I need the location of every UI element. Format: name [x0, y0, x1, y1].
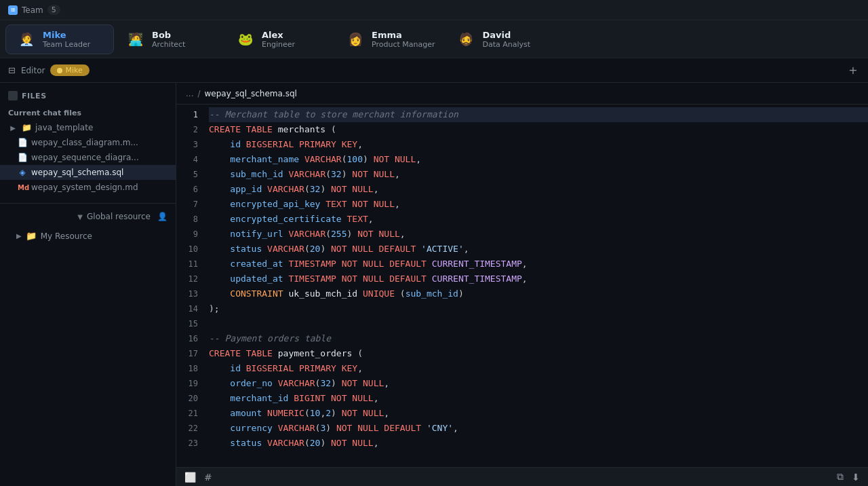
global-resource-header[interactable]: ▼ Global resource 👤: [0, 206, 176, 227]
member-info-bob: Bob Architect: [152, 30, 185, 49]
sidebar-files-section: Files Current chat files ▶ 📁java_templat…: [0, 83, 176, 200]
tree-item-name-0: java_template: [35, 123, 93, 132]
team-label: Team: [22, 5, 43, 15]
global-resource-chevron: ▼: [77, 213, 83, 221]
line-number-14: 14: [182, 301, 198, 316]
files-icon: [8, 91, 18, 100]
file-tree: ▶ 📁java_template 📄wepay_class_diagram.m.…: [0, 120, 176, 195]
member-avatar-mike: 🧑‍💼: [16, 29, 37, 50]
line-number-3: 3: [182, 137, 198, 152]
code-line-6: app_id VARCHAR(32) NOT NULL,: [209, 182, 868, 197]
code-line-22: currency VARCHAR(3) NOT NULL DEFAULT 'CN…: [209, 421, 868, 436]
top-bar: ⊞ Team 5: [0, 0, 868, 20]
member-role-alex: Engineer: [262, 40, 295, 49]
hash-icon[interactable]: #: [204, 472, 212, 483]
tree-item-4[interactable]: Mdwepay_system_design.md: [0, 180, 176, 195]
tree-item-name-1: wepay_class_diagram.m...: [31, 138, 138, 147]
line-number-17: 17: [182, 346, 198, 361]
breadcrumb-separator: /: [197, 89, 200, 98]
code-line-2: CREATE TABLE merchants (: [209, 122, 868, 137]
code-line-21: amount NUMERIC(10,2) NOT NULL,: [209, 406, 868, 421]
code-editor[interactable]: 1234567891011121314151617181920212223 --…: [176, 105, 868, 467]
add-tab-button[interactable]: +: [846, 64, 860, 77]
member-name-david: David: [482, 30, 530, 40]
line-number-15: 15: [182, 316, 198, 331]
line-number-6: 6: [182, 182, 198, 197]
code-line-11: created_at TIMESTAMP NOT NULL DEFAULT CU…: [209, 257, 868, 272]
member-avatar-emma: 👩: [344, 29, 366, 50]
tree-item-0[interactable]: ▶ 📁java_template: [0, 120, 176, 135]
tree-item-name-3: wepay_sql_schema.sql: [31, 168, 123, 177]
my-resource-item[interactable]: ▶ 📁 My Resource: [0, 227, 176, 245]
folder-icon-0: 📁: [22, 123, 31, 132]
line-number-5: 5: [182, 167, 198, 182]
code-line-20: merchant_id BIGINT NOT NULL,: [209, 391, 868, 406]
member-card-bob[interactable]: 🧑‍💻 Bob Architect: [115, 24, 224, 54]
copy-icon[interactable]: ⧉: [837, 471, 844, 483]
member-info-mike: Mike Team Leader: [43, 30, 90, 49]
code-line-13: CONSTRAINT uk_sub_mch_id UNIQUE (sub_mch…: [209, 286, 868, 301]
member-role-david: Data Analyst: [482, 40, 530, 49]
mike-badge-label: Mike: [65, 66, 82, 75]
line-number-7: 7: [182, 197, 198, 212]
file-icon-1: 📄: [18, 138, 27, 147]
team-icon: ⊞: [8, 5, 18, 15]
member-card-mike[interactable]: 🧑‍💼 Mike Team Leader: [5, 24, 114, 54]
tree-item-2[interactable]: 📄wepay_sequence_diagra...: [0, 150, 176, 165]
my-resource-chevron: ▶: [16, 232, 22, 240]
code-content[interactable]: -- Merchant table to store merchant info…: [203, 105, 868, 467]
code-line-4: merchant_name VARCHAR(100) NOT NULL,: [209, 152, 868, 167]
editor-label: Editor: [21, 66, 45, 75]
line-number-21: 21: [182, 406, 198, 421]
my-resource-label: My Resource: [41, 231, 92, 241]
sidebar-divider: [0, 203, 176, 204]
members-bar: 🧑‍💼 Mike Team Leader 🧑‍💻 Bob Architect 🐸…: [0, 20, 868, 58]
code-line-3: id BIGSERIAL PRIMARY KEY,: [209, 137, 868, 152]
code-line-12: updated_at TIMESTAMP NOT NULL DEFAULT CU…: [209, 272, 868, 286]
editor-bar: ⊟ Editor Mike +: [0, 58, 868, 83]
line-number-19: 19: [182, 376, 198, 391]
code-line-15: [209, 316, 868, 331]
team-count: 5: [47, 5, 60, 15]
download-icon[interactable]: ⬇: [852, 472, 860, 483]
member-card-david[interactable]: 🧔 David Data Analyst: [446, 24, 554, 54]
member-info-alex: Alex Engineer: [262, 30, 295, 49]
folder-chevron-0: ▶: [8, 124, 18, 132]
sidebar: Files Current chat files ▶ 📁java_templat…: [0, 83, 176, 486]
member-info-david: David Data Analyst: [482, 30, 530, 49]
terminal-icon[interactable]: ⬜: [184, 472, 196, 483]
code-line-17: CREATE TABLE payment_orders (: [209, 346, 868, 361]
tree-item-1[interactable]: 📄wepay_class_diagram.m...: [0, 135, 176, 150]
line-numbers: 1234567891011121314151617181920212223: [176, 105, 203, 467]
member-avatar-bob: 🧑‍💻: [125, 29, 146, 50]
main-content: Files Current chat files ▶ 📁java_templat…: [0, 83, 868, 486]
current-chat-files-label: Current chat files: [0, 103, 176, 120]
member-role-mike: Team Leader: [43, 40, 90, 49]
files-header: Files: [0, 88, 176, 103]
line-number-12: 12: [182, 272, 198, 286]
code-line-7: encrypted_api_key TEXT NOT NULL,: [209, 197, 868, 212]
md-icon-4: Md: [18, 184, 27, 191]
sql-file-icon-3: ◈: [18, 168, 27, 177]
line-number-9: 9: [182, 227, 198, 242]
tree-item-3[interactable]: ◈wepay_sql_schema.sql: [0, 165, 176, 180]
my-resource-folder-icon: 📁: [26, 231, 37, 241]
code-bottom-bar: ⬜ # ⧉ ⬇: [176, 467, 868, 486]
code-line-10: status VARCHAR(20) NOT NULL DEFAULT 'ACT…: [209, 242, 868, 257]
member-role-bob: Architect: [152, 40, 185, 49]
global-resource-label: Global resource: [87, 212, 151, 221]
member-card-alex[interactable]: 🐸 Alex Engineer: [225, 24, 334, 54]
file-icon-2: 📄: [18, 153, 27, 162]
member-name-alex: Alex: [262, 30, 295, 40]
breadcrumb-dots: ...: [186, 89, 193, 98]
editor-grid-icon: ⊟: [8, 65, 16, 75]
code-line-14: );: [209, 301, 868, 316]
line-number-10: 10: [182, 242, 198, 257]
code-area: ... / wepay_sql_schema.sql 1234567891011…: [176, 83, 868, 486]
line-number-22: 22: [182, 421, 198, 436]
line-number-23: 23: [182, 436, 198, 451]
line-number-11: 11: [182, 257, 198, 272]
member-card-emma[interactable]: 👩 Emma Product Manager: [335, 24, 444, 54]
mike-badge[interactable]: Mike: [50, 64, 89, 76]
line-number-18: 18: [182, 361, 198, 376]
